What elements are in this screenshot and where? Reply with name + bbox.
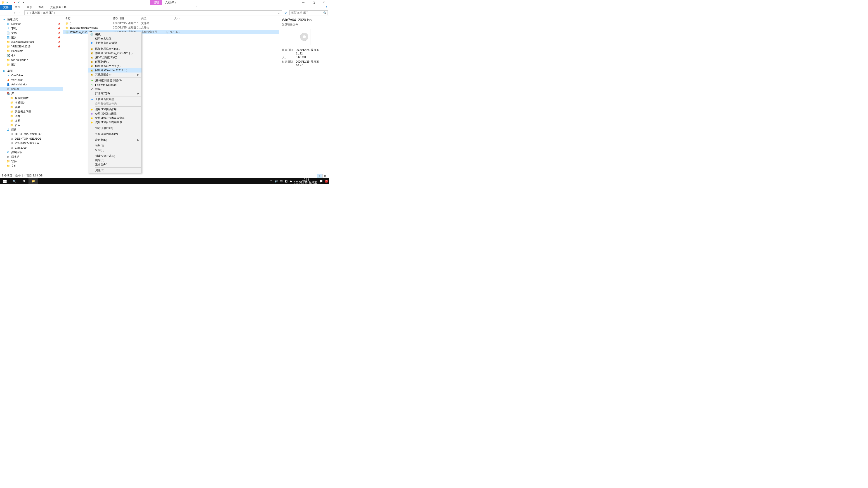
check-icon[interactable]: ✔	[6, 1, 9, 4]
breadcrumb-drive[interactable]: 文档 (E:)	[43, 11, 53, 15]
ctx-add-archive[interactable]: ▣添加到压缩文件(A)...	[88, 47, 142, 51]
tree-network[interactable]: 🖧网络	[0, 127, 63, 132]
tree-downloads[interactable]: ⬇下载📌	[0, 26, 63, 31]
ctx-extract-to[interactable]: ▣解压到(F)...	[88, 60, 142, 64]
details-view-button[interactable]: ☰	[317, 174, 322, 178]
up-button[interactable]: ↑	[18, 11, 22, 15]
icons-view-button[interactable]: ▦	[322, 174, 327, 178]
tree-recycle-bin[interactable]: 🗑回收站	[0, 155, 63, 159]
minimize-button[interactable]: —	[298, 0, 308, 5]
search-box[interactable]: 搜索"文档 (E:)" 🔍	[289, 10, 328, 15]
ctx-extract-named[interactable]: ▣解压到 Win7x64_2020\ (E)	[88, 68, 142, 72]
view-tab[interactable]: 查看	[35, 5, 47, 10]
tree-pictures2[interactable]: 📁图片	[0, 62, 63, 67]
forward-button[interactable]: →	[7, 11, 11, 15]
ctx-youdao-upload[interactable]: ◧上传到有道云笔记	[88, 41, 142, 45]
home-tab[interactable]: 主页	[12, 5, 24, 10]
ctx-share[interactable]: ↗共享	[88, 87, 142, 91]
ctx-add-zip[interactable]: ▣添加到 "Win7x64_2020.zip" (T)	[88, 51, 142, 55]
ctx-qq-send[interactable]: 通过QQ发送到	[88, 126, 142, 130]
tree-local-pictures[interactable]: 📁本机照片	[0, 100, 63, 105]
tray-app-icon[interactable]: ◆	[290, 180, 292, 183]
tree-documents[interactable]: 📄文档📌	[0, 31, 63, 35]
back-button[interactable]: ←	[1, 11, 6, 15]
tree-saved-pictures[interactable]: 📁保存的图片	[0, 96, 63, 100]
share-tab[interactable]: 共享	[24, 5, 35, 10]
tree-bandicam[interactable]: 📁Bandicam	[0, 49, 63, 53]
quick-access-node[interactable]: ★快速访问	[0, 17, 63, 22]
refresh-button[interactable]: ⟳	[283, 11, 288, 14]
ctx-360-release[interactable]: ◉使用 360解除占用	[88, 107, 142, 111]
ctx-restore-version[interactable]: 还原以前的版本(V)	[88, 132, 142, 136]
breadcrumb-pc[interactable]: 此电脑	[32, 11, 40, 15]
sort-dropdown-icon[interactable]: ⌄	[110, 17, 112, 19]
ctx-360-menu[interactable]: ◉使用 360管理右键菜单	[88, 120, 142, 125]
ctx-mount[interactable]: 💿装载	[88, 32, 142, 37]
tree-net2[interactable]: 🖥DESKTOP-NJEU3CG	[0, 136, 63, 141]
ctx-360-force-delete[interactable]: ◉使用 360强力删除	[88, 111, 142, 116]
ctx-notepadpp[interactable]: ✎Edit with Notepad++	[88, 83, 142, 87]
tree-thispc[interactable]: 🖥此电脑	[0, 87, 63, 91]
ctx-rename[interactable]: 重命名(M)	[88, 162, 142, 167]
tree-software[interactable]: 📁软件	[0, 159, 63, 164]
chevron-right-icon[interactable]: ›	[41, 11, 42, 14]
tree-net1[interactable]: 🖥DESKTOP-LSSOEDP	[0, 132, 63, 136]
tree-yunqishi[interactable]: 📁YUNQISHI2019📌	[0, 44, 63, 49]
tree-excel[interactable]: 📁excel表格制作求和📌	[0, 40, 63, 44]
tree-music[interactable]: 📁音乐	[0, 123, 63, 127]
column-size[interactable]: 大小	[164, 17, 182, 20]
tree-desktop[interactable]: 🖥Desktop📌	[0, 22, 63, 26]
ctx-open-360zip[interactable]: ▣用360压缩打开(Q)	[88, 55, 142, 60]
tree-win7reinstall[interactable]: 📁win7重装win7	[0, 58, 63, 62]
tray-app-icon[interactable]: ◧	[285, 180, 287, 183]
ctx-open-with[interactable]: 打开方式(H)▶	[88, 91, 142, 96]
tree-wps[interactable]: ◆WPS网盘	[0, 78, 63, 82]
ctx-delete[interactable]: 删除(D)	[88, 158, 142, 162]
clock[interactable]: 16:32 2020/12/25, 星期五	[294, 178, 317, 184]
file-tab[interactable]: 文件	[0, 5, 12, 10]
tree-gdrive[interactable]: 💽G:\	[0, 53, 63, 58]
ctx-properties[interactable]: 属性(R)	[88, 168, 142, 173]
undo-icon[interactable]: ↶	[18, 1, 21, 4]
tray-overflow-icon[interactable]: ⌃	[270, 180, 272, 183]
file-row[interactable]: 📁BaiduNetdiskDownload 2020/12/25, 星期五 1.…	[63, 26, 279, 30]
action-center-icon[interactable]: 💬	[319, 180, 323, 183]
ctx-copy[interactable]: 复制(C)	[88, 148, 142, 152]
address-bar[interactable]: 🖥 › 此电脑 › 文档 (E:) › ⌄	[24, 10, 282, 15]
volume-icon[interactable]: 🔊	[274, 180, 278, 183]
tree-admin[interactable]: 👤Administrator	[0, 82, 63, 87]
search-icon[interactable]: 🔍	[323, 11, 327, 14]
ime-indicator[interactable]: 中	[280, 180, 283, 183]
tree-pictures[interactable]: 🖼图片📌	[0, 35, 63, 40]
ctx-extract-here[interactable]: ▣解压到当前文件夹(X)	[88, 64, 142, 68]
tree-documents2[interactable]: 📁文档	[0, 119, 63, 123]
tree-net4[interactable]: 🖥ZMT2019	[0, 145, 63, 150]
tree-control-panel[interactable]: ⚙控制面板	[0, 150, 63, 155]
tree-tianyi[interactable]: 📁天翼云盘下载	[0, 109, 63, 114]
tree-pictures3[interactable]: 📁图片	[0, 114, 63, 119]
history-dropdown-icon[interactable]: ▾	[12, 11, 17, 15]
search-button[interactable]: 🔍	[9, 178, 19, 184]
ribbon-collapse-icon[interactable]: ⌃	[193, 5, 201, 10]
chevron-right-icon[interactable]: ›	[54, 11, 55, 14]
address-dropdown-icon[interactable]: ⌄	[277, 11, 281, 14]
chevron-right-icon[interactable]: ›	[30, 11, 31, 14]
ctx-bee-browser[interactable]: ✿用 蜂蜜浏览器 浏览(3)	[88, 78, 142, 83]
ctx-360-scan[interactable]: ◉使用 360进行木马云查杀	[88, 116, 142, 120]
tree-videos[interactable]: 📁视频	[0, 105, 63, 109]
tree-net3[interactable]: 🖥PC-20190530OBLA	[0, 141, 63, 145]
ctx-other-zip[interactable]: ▣其他压缩命令▶	[88, 72, 142, 77]
maximize-button[interactable]: ▢	[308, 0, 319, 5]
explorer-taskbar-button[interactable]: 📁	[29, 178, 38, 184]
start-button[interactable]	[0, 178, 9, 184]
ctx-create-shortcut[interactable]: 创建快捷方式(S)	[88, 154, 142, 158]
manage-context-tab[interactable]: 管理	[150, 0, 162, 5]
file-row[interactable]: 📁1 2020/12/15, 星期二 1... 文件夹	[63, 21, 279, 26]
column-type[interactable]: 类型	[141, 17, 164, 20]
tree-files[interactable]: 📁文件	[0, 164, 63, 168]
tree-libraries[interactable]: 📚库	[0, 91, 63, 96]
close-red-icon[interactable]: ✖	[13, 1, 16, 4]
ctx-send-to[interactable]: 发送到(N)▶	[88, 138, 142, 142]
disc-image-tools-tab[interactable]: 光盘映像工具	[47, 5, 70, 10]
column-date[interactable]: 修改日期	[113, 17, 141, 20]
